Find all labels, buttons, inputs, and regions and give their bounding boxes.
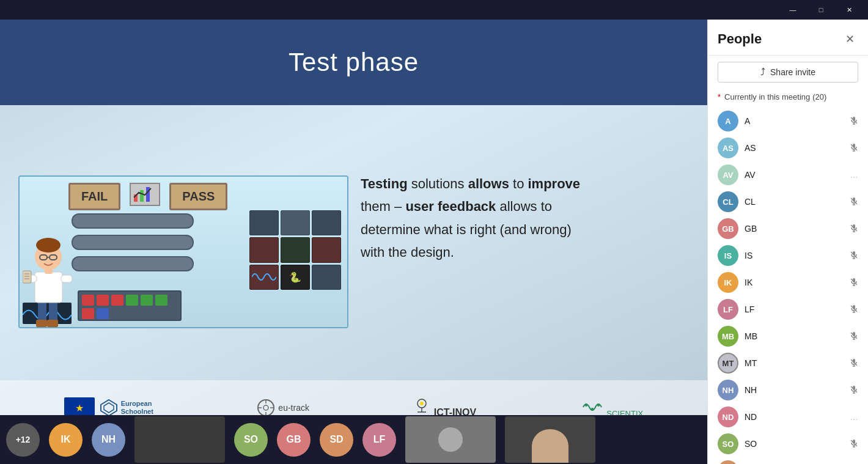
participant-name-nd: ND — [745, 412, 844, 422]
title-bar: — □ ✕ — [0, 0, 868, 20]
conveyor-belt-2 — [72, 235, 194, 250]
mute-icon-nh — [850, 385, 858, 396]
text-improve: improve — [528, 176, 580, 191]
participant-name-area-gb: GB — [745, 224, 844, 234]
text-testing: Testing — [361, 176, 408, 191]
participant-avatar-cl: CL — [718, 191, 738, 212]
participant-name-cl: CL — [745, 197, 844, 207]
participant-list: A A AS AS — [708, 105, 868, 464]
btn-green-3 — [155, 295, 167, 306]
list-item[interactable]: GB GB — [708, 215, 868, 242]
strip-avatar-ik[interactable]: IK — [49, 423, 83, 457]
mic-off-icon-mb — [850, 331, 858, 340]
list-item[interactable]: AS AS — [708, 134, 868, 161]
minimize-button[interactable]: — — [779, 0, 807, 20]
participant-avatar-av: AV — [718, 164, 738, 185]
eu-track-logo: eu-track — [257, 399, 309, 417]
share-invite-button[interactable]: ⤴ Share invite — [718, 62, 858, 83]
text-user-feedback: user feedback — [405, 199, 496, 214]
participant-avatar-ik: IK — [718, 272, 738, 293]
list-item[interactable]: SO SO — [708, 430, 868, 457]
slide-text-paragraph-1: Testing solutions allows to improve — [361, 172, 695, 195]
participant-name-area-is: IS — [745, 251, 844, 260]
mic-off-icon-cl — [850, 197, 858, 205]
list-item[interactable]: MT MT — [708, 350, 868, 377]
close-button[interactable]: ✕ — [835, 0, 863, 20]
strip-video-1 — [134, 416, 225, 463]
participant-name-gb: GB — [745, 224, 844, 234]
svg-marker-22 — [101, 400, 117, 416]
scientist-figure — [23, 229, 78, 327]
mic-off-icon-mt — [850, 358, 858, 367]
maximize-button[interactable]: □ — [807, 0, 835, 20]
participant-name-mt: MT — [745, 358, 844, 368]
participant-avatar-a: A — [718, 111, 738, 131]
slide-text-paragraph-2: them – user feedback allows to — [361, 195, 695, 218]
svg-rect-6 — [47, 320, 58, 327]
pass-sign: PASS — [169, 183, 227, 210]
conveyor-belt-3 — [72, 256, 194, 271]
people-panel-close-button[interactable]: ✕ — [841, 31, 858, 48]
list-item[interactable]: AV AV … — [708, 161, 868, 188]
mic-off-icon-nh — [850, 385, 858, 394]
european-schoolnet-logo: EuropeanSchoolnet — [100, 399, 153, 417]
list-item[interactable]: A A — [708, 108, 868, 134]
more-participants-button[interactable]: +12 — [6, 423, 40, 457]
schoolnet-icon — [100, 399, 118, 417]
mute-icon-av: … — [850, 170, 858, 180]
strip-avatar-nh[interactable]: NH — [92, 423, 125, 457]
machine-illustration: FAIL PASS — [20, 177, 347, 327]
slide-content: FAIL PASS — [0, 105, 707, 435]
btn-green-1 — [126, 295, 138, 306]
slide-header: Test phase — [0, 20, 707, 105]
participant-avatar-lf: LF — [718, 299, 738, 320]
grid-cell-4 — [249, 237, 279, 262]
people-panel-header: People ✕ — [708, 20, 868, 56]
list-item[interactable]: IS IS — [708, 242, 868, 269]
participant-avatar-gb: GB — [718, 218, 738, 239]
list-item[interactable]: NH NH — [708, 377, 868, 403]
participant-avatar-mb: MB — [718, 326, 738, 347]
ict-icon — [413, 397, 431, 416]
list-item[interactable]: LF LF — [708, 296, 868, 323]
participant-name-area-nh: NH — [745, 385, 844, 395]
mic-off-icon-is — [850, 251, 858, 259]
grid-cell-python: 🐍 — [281, 265, 310, 290]
svg-point-25 — [263, 405, 268, 410]
participant-name-so: SO — [745, 439, 844, 449]
list-item[interactable]: MB MB — [708, 323, 868, 350]
mute-icon-as — [850, 143, 858, 153]
btn-green-2 — [141, 295, 153, 306]
strip-video-3 — [505, 416, 595, 463]
svg-rect-9 — [61, 275, 72, 282]
window-controls: — □ ✕ — [779, 0, 863, 20]
btn-red-2 — [97, 295, 109, 306]
strip-avatar-lf[interactable]: LF — [362, 423, 396, 457]
strip-avatar-gb[interactable]: GB — [277, 423, 311, 457]
participant-name-area-nd: ND — [745, 412, 844, 422]
mic-off-icon-lf — [850, 304, 858, 313]
grid-cell-6 — [312, 237, 341, 262]
participant-name-area-av: AV — [745, 170, 844, 180]
mute-icon-mt — [850, 358, 858, 369]
mic-off-icon-ik — [850, 278, 858, 286]
people-panel-title: People — [718, 31, 762, 47]
participant-name-as: AS — [745, 143, 844, 153]
list-item[interactable]: ND ND … — [708, 403, 868, 430]
mute-icon-lf — [850, 304, 858, 315]
slide-text-area: Testing solutions allows to improve them… — [361, 172, 695, 264]
strip-avatar-so[interactable]: SO — [234, 423, 268, 457]
meeting-count-label: * Currently in this meeting (20) — [708, 89, 868, 105]
participant-name-area-so: SO — [745, 439, 844, 449]
list-item[interactable]: IK IK — [708, 269, 868, 296]
participant-name-area-mt: MT — [745, 358, 844, 368]
participant-avatar-so: SO — [718, 433, 738, 454]
scientix-icon — [580, 398, 605, 416]
list-item[interactable]: SD SD — [708, 457, 868, 464]
list-item[interactable]: CL CL — [708, 188, 868, 215]
mic-off-icon — [850, 116, 858, 125]
grid-cell-2 — [281, 210, 310, 235]
svg-point-16 — [36, 238, 61, 252]
wave-icon — [252, 270, 276, 285]
strip-avatar-sd[interactable]: SD — [320, 423, 353, 457]
